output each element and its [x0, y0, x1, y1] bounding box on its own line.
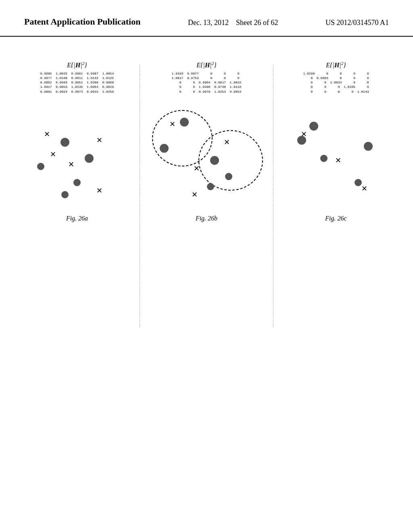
fig26c-dot-2 — [297, 136, 306, 145]
page-header: Patent Application Publication Dec. 13, … — [0, 0, 413, 37]
star-5: ✕ — [50, 150, 56, 159]
fig26b-label: Fig. 26b — [196, 215, 217, 222]
star-2: ✕ — [96, 136, 102, 145]
fig26c-dot-3 — [320, 155, 327, 162]
star-1: ✕ — [44, 130, 50, 139]
fig26b-dot-3 — [210, 156, 219, 165]
fig26b-matrix-data: 1.0103 0.9877 0 0 0 1.0817 0.9753 0 0 0 … — [172, 71, 242, 94]
fig26c-matrix-label: E{|H|2} — [326, 61, 346, 69]
fig26b-dot-4 — [225, 173, 232, 180]
dot-1 — [60, 138, 69, 147]
publication-date: Dec. 13, 2012 Sheet 26 of 62 — [188, 16, 278, 27]
figures-container: E{|H|2} 0.9985 1.0025 0.9981 0.9987 1.00… — [0, 37, 413, 327]
dot-2 — [37, 163, 44, 170]
star-3: ✕ — [68, 160, 74, 169]
dot-5 — [61, 191, 69, 198]
star-4: ✕ — [96, 186, 102, 195]
fig26c-scatter: ✕ ✕ ✕ — [284, 102, 388, 207]
cluster-ellipse-right — [198, 130, 263, 191]
dot-3 — [85, 154, 94, 163]
fig26a-label: Fig. 26a — [66, 215, 88, 222]
fig26b-star-3: ✕ — [194, 164, 200, 173]
fig26b-star-2: ✕ — [224, 138, 230, 147]
fig26b-star-4: ✕ — [192, 190, 198, 199]
fig26b-dot-5 — [207, 183, 214, 190]
patent-number: US 2012/0314570 A1 — [325, 16, 389, 27]
fig26b-dot-1 — [180, 118, 189, 127]
fig26c-star-3: ✕ — [361, 184, 367, 193]
figure-26c-panel: E{|H|2} 1.0298 0 0 0 0 0 0.9903 0 0 0 0 … — [273, 61, 398, 222]
fig26b-star-1: ✕ — [169, 120, 175, 129]
figure-26b-panel: E{|H|2} 1.0103 0.9877 0 0 0 1.0817 0.975… — [140, 61, 273, 222]
figure-26a-panel: E{|H|2} 0.9985 1.0025 0.9981 0.9987 1.00… — [15, 61, 140, 222]
publication-title: Patent Application Publication — [24, 16, 140, 28]
fig26a-matrix-label: E{|H|2} — [67, 61, 87, 69]
fig26a-matrix-data: 0.9985 1.0025 0.9981 0.9987 1.0054 0.997… — [40, 71, 114, 94]
fig26b-dot-2 — [160, 144, 169, 153]
fig26c-matrix-data: 1.0298 0 0 0 0 0 0.9903 0 0 0 0 0 1.0033… — [303, 71, 369, 94]
fig26c-star-2: ✕ — [335, 156, 341, 165]
fig26c-dot-5 — [355, 179, 362, 186]
fig26b-matrix-label: E{|H|2} — [196, 61, 216, 69]
fig26c-dot-4 — [364, 142, 373, 151]
fig26b-scatter: ✕ ✕ ✕ ✕ — [148, 102, 265, 207]
fig26c-label: Fig. 26c — [325, 215, 346, 222]
dot-4 — [73, 179, 81, 186]
fig26a-scatter: ✕ ✕ ✕ ✕ ✕ — [25, 102, 129, 207]
fig26c-dot-1 — [309, 122, 318, 131]
